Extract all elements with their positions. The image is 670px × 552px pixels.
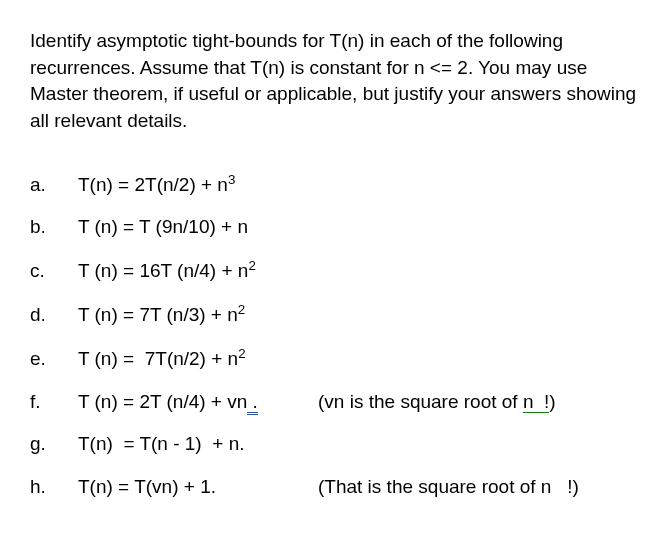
item-equation: T (n) = 16T (n/4) + n2 <box>78 260 256 281</box>
item-letter: b. <box>30 214 78 241</box>
item-equation: T (n) = 7T(n/2) + n2 <box>78 348 246 369</box>
item-letter: f. <box>30 389 78 416</box>
problem-item: g. T(n) = T(n - 1) + n. <box>30 431 640 458</box>
item-equation: T(n) = T(vn) + 1. <box>78 476 216 497</box>
problem-item: d. T (n) = 7T (n/3) + n2 <box>30 301 640 329</box>
problem-item: f. T (n) = 2T (n/4) + vn . (vn is the sq… <box>30 389 640 416</box>
problem-item: e. T (n) = 7T(n/2) + n2 <box>30 345 640 373</box>
item-note: (vn is the square root of n !) <box>318 389 640 416</box>
problem-item: c. T (n) = 16T (n/4) + n2 <box>30 257 640 285</box>
item-equation: T (n) = T (9n/10) + n <box>78 216 248 237</box>
item-equation: T(n) = T(n - 1) + n. <box>78 433 244 454</box>
item-equation: T (n) = 2T (n/4) + vn . <box>78 391 258 415</box>
problem-intro: Identify asymptotic tight-bounds for T(n… <box>30 28 640 134</box>
item-letter: h. <box>30 474 78 501</box>
problem-item: b. T (n) = T (9n/10) + n <box>30 214 640 241</box>
item-letter: a. <box>30 172 78 199</box>
item-letter: c. <box>30 258 78 285</box>
item-letter: e. <box>30 346 78 373</box>
item-equation: T(n) = 2T(n/2) + n3 <box>78 174 235 195</box>
item-note: (That is the square root of n !) <box>318 474 640 501</box>
problem-item: h. T(n) = T(vn) + 1. (That is the square… <box>30 474 640 501</box>
problem-list: a. T(n) = 2T(n/2) + n3 b. T (n) = T (9n/… <box>30 170 640 500</box>
item-letter: g. <box>30 431 78 458</box>
item-equation: T (n) = 7T (n/3) + n2 <box>78 304 245 325</box>
item-letter: d. <box>30 302 78 329</box>
problem-item: a. T(n) = 2T(n/2) + n3 <box>30 170 640 198</box>
